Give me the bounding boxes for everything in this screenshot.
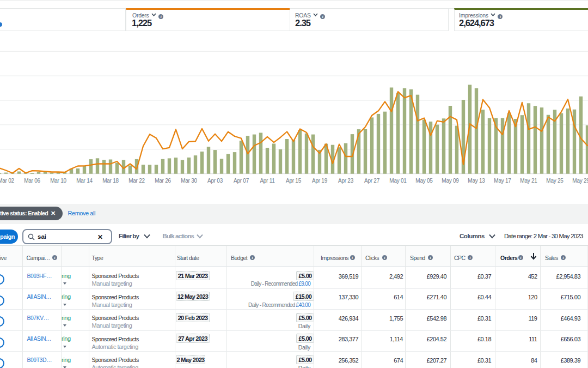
svg-text:Apr 19: Apr 19 (312, 178, 328, 184)
svg-text:Mar 10: Mar 10 (50, 178, 66, 184)
svg-text:May 13: May 13 (468, 178, 485, 184)
svg-text:Mar 02: Mar 02 (0, 178, 14, 184)
svg-text:Mar 30: Mar 30 (181, 178, 197, 184)
svg-text:May 01: May 01 (389, 178, 407, 184)
svg-text:Mar 22: Mar 22 (128, 178, 145, 184)
svg-text:Mar 14: Mar 14 (76, 178, 93, 184)
svg-text:Apr 11: Apr 11 (260, 178, 275, 184)
svg-text:May 29: May 29 (572, 178, 588, 184)
svg-text:Mar 18: Mar 18 (102, 178, 119, 184)
svg-text:May 09: May 09 (442, 178, 459, 184)
svg-text:Mar 06: Mar 06 (24, 178, 40, 184)
svg-text:May 05: May 05 (415, 178, 433, 184)
svg-text:May 25: May 25 (546, 178, 564, 184)
svg-text:May 21: May 21 (520, 178, 537, 184)
svg-text:Apr 03: Apr 03 (207, 178, 223, 184)
svg-text:Apr 23: Apr 23 (338, 178, 354, 184)
svg-text:Apr 27: Apr 27 (364, 178, 380, 184)
svg-text:Apr 07: Apr 07 (234, 178, 249, 184)
svg-text:Mar 26: Mar 26 (155, 178, 171, 184)
svg-text:Apr 15: Apr 15 (286, 178, 302, 184)
svg-text:May 17: May 17 (494, 178, 511, 184)
